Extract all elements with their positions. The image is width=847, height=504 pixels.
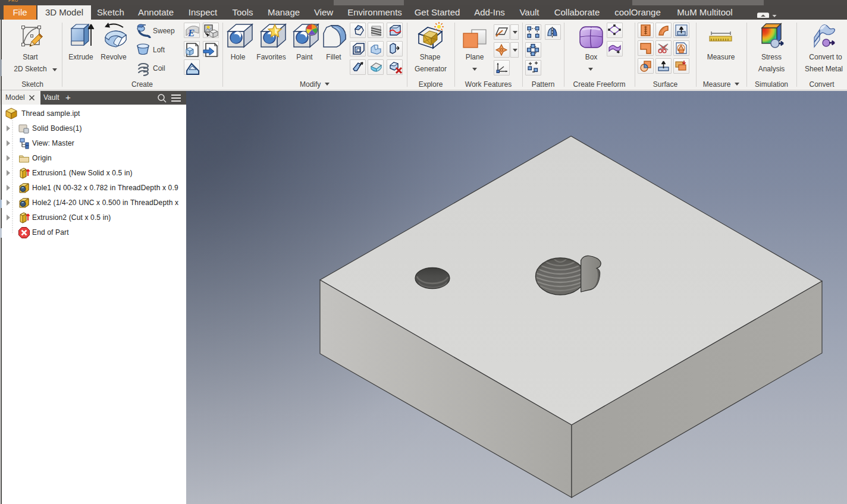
svg-text:E: E bbox=[187, 27, 195, 39]
